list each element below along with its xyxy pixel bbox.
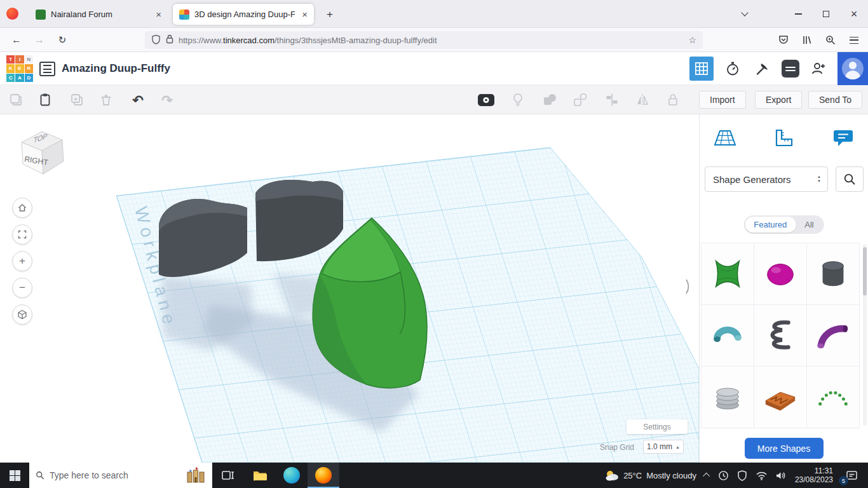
library-icon[interactable] [798, 31, 816, 49]
more-shapes-button[interactable]: More Shapes [745, 438, 824, 459]
tinkercad-logo[interactable]: TINKERCAD [6, 55, 33, 82]
action-center-button[interactable]: 5 [841, 463, 862, 488]
search-input[interactable] [50, 470, 180, 480]
tray-clock-icon[interactable] [718, 470, 729, 481]
shape-tile-green-twisted-vase[interactable] [702, 243, 754, 305]
tray-volume-icon[interactable] [776, 471, 787, 480]
scrollbar-thumb[interactable] [863, 247, 867, 295]
zoom-in-button[interactable]: + [12, 251, 32, 271]
align-icon[interactable] [602, 90, 621, 109]
lightbulb-icon[interactable] [508, 90, 527, 109]
ungroup-icon[interactable] [571, 90, 590, 109]
lock-icon[interactable] [166, 34, 173, 46]
shape-tile-gray-stacked-discs[interactable] [702, 367, 754, 428]
tinkercad-header: TINKERCAD Amazing Duup-Fulffy [0, 52, 868, 85]
search-shapes-button[interactable] [836, 166, 864, 192]
close-button[interactable]: × [840, 0, 868, 28]
start-button[interactable] [0, 463, 29, 488]
undo-icon[interactable]: ↶ [128, 90, 147, 109]
perspective-toggle-button[interactable] [12, 304, 32, 325]
pocket-icon[interactable] [775, 31, 792, 49]
tab-all[interactable]: All [796, 217, 822, 233]
zoom-icon[interactable] [822, 31, 839, 49]
edge-button[interactable] [276, 463, 308, 488]
bookmark-star-icon[interactable]: ☆ [688, 35, 696, 45]
windows-taskbar: 25°C Mostly cloudy 11:31 23/08/2023 [0, 463, 868, 488]
file-explorer-button[interactable] [244, 463, 276, 488]
tab-list-chevron-icon[interactable] [731, 0, 759, 28]
shape-tile-dark-coil[interactable] [754, 305, 807, 367]
3d-scene[interactable]: Workplane [0, 114, 699, 463]
maximize-button[interactable] [812, 0, 840, 28]
shape-tile-purple-pipe[interactable] [807, 305, 860, 367]
tracking-shield-icon[interactable] [151, 34, 161, 46]
show-all-icon[interactable] [477, 90, 496, 109]
forward-button[interactable]: → [31, 31, 48, 49]
shape-tile-green-dotted-arc[interactable] [807, 367, 860, 428]
time: 11:31 [795, 466, 833, 475]
tray-wifi-icon[interactable] [756, 471, 768, 480]
group-icon[interactable] [540, 90, 559, 109]
shape-tile-orange-cracked-slab[interactable] [754, 367, 807, 428]
taskbar-search[interactable] [29, 463, 212, 488]
snap-grid-dropdown[interactable]: 1.0 mm ▲ [643, 440, 684, 454]
search-highlight-castle-icon[interactable] [186, 467, 206, 484]
copy-icon[interactable] [6, 90, 25, 109]
import-button[interactable]: Import [699, 91, 746, 109]
send-to-button[interactable]: Send To [808, 91, 862, 109]
new-tab-button[interactable]: + [322, 6, 338, 23]
calendar-icon[interactable] [782, 60, 799, 78]
shape-tile-dark-cylinder[interactable] [807, 243, 860, 305]
tray-expand-chevron-icon[interactable] [703, 473, 710, 480]
add-user-icon[interactable] [808, 58, 829, 79]
date: 23/08/2023 [795, 475, 833, 484]
browser-tab-strip: Nairaland Forum × 3D design Amazing Duup… [0, 0, 868, 28]
clock-widget[interactable]: 11:31 23/08/2023 [795, 466, 833, 484]
menu-icon[interactable] [845, 31, 863, 49]
account-avatar[interactable] [837, 52, 868, 85]
tab-close-icon[interactable]: × [302, 10, 308, 19]
shape-category-dropdown[interactable]: Shape Generators ▲▼ [705, 166, 828, 192]
tab-nairaland[interactable]: Nairaland Forum × [29, 4, 168, 25]
workplane-tool-icon[interactable] [711, 125, 739, 152]
design-menu-icon[interactable] [39, 62, 55, 76]
pickaxe-icon[interactable] [752, 58, 773, 79]
fit-view-button[interactable] [12, 224, 32, 245]
delete-icon[interactable] [97, 90, 116, 109]
panel-scrollbar[interactable] [863, 244, 867, 426]
dashboard-grid-icon[interactable] [689, 57, 714, 81]
redo-icon[interactable]: ↷ [158, 90, 177, 109]
zoom-out-button[interactable]: − [12, 278, 32, 298]
tab-featured[interactable]: Featured [745, 217, 796, 233]
mirror-icon[interactable] [633, 90, 652, 109]
weather-widget[interactable]: 25°C Mostly cloudy [605, 469, 696, 482]
ruler-tool-icon[interactable] [770, 125, 798, 152]
3d-viewport[interactable]: Workplane [0, 114, 699, 463]
firefox-icon[interactable] [6, 8, 18, 20]
view-cube[interactable]: TOP RIGHT [14, 123, 69, 184]
paste-icon[interactable] [36, 90, 55, 109]
notes-tool-icon[interactable] [829, 125, 857, 152]
shape-tile-teal-curved-tube[interactable] [702, 305, 754, 367]
panel-collapse-chevron-icon[interactable] [684, 277, 692, 299]
tab-tinkercad-design[interactable]: 3D design Amazing Duup-Fulffy × [173, 4, 314, 25]
system-tray: 25°C Mostly cloudy 11:31 23/08/2023 [605, 463, 868, 488]
reload-button[interactable]: ↻ [53, 31, 71, 49]
task-view-button[interactable] [212, 463, 244, 488]
weather-condition: Mostly cloudy [646, 471, 696, 480]
settings-button[interactable]: Settings [627, 419, 688, 434]
shape-tile-magenta-sphere[interactable] [754, 243, 807, 305]
duplicate-icon[interactable] [67, 90, 86, 109]
lock-icon[interactable] [663, 90, 682, 109]
back-button[interactable]: ← [8, 31, 25, 49]
panel-top-icons [700, 125, 868, 152]
minimize-button[interactable] [784, 0, 812, 28]
home-view-button[interactable] [12, 198, 32, 218]
url-bar[interactable]: https://www.tinkercad.com/things/3thssje… [145, 31, 703, 49]
export-button[interactable]: Export [755, 91, 802, 109]
tray-shield-icon[interactable] [737, 470, 747, 481]
stopwatch-icon[interactable] [722, 58, 743, 79]
firefox-button[interactable] [308, 463, 339, 488]
snap-grid-label: Snap Grid [600, 443, 634, 452]
tab-close-icon[interactable]: × [156, 10, 161, 19]
